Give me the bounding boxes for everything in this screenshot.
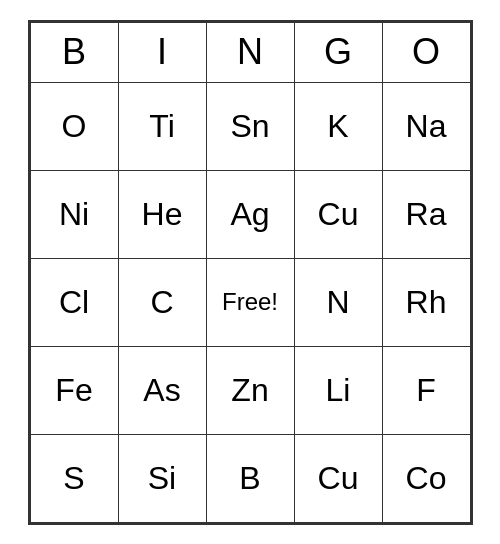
table-row: ClCFree!NRh <box>30 258 470 346</box>
bingo-body: OTiSnKNaNiHeAgCuRaClCFree!NRhFeAsZnLiFSS… <box>30 82 470 522</box>
cell-r4-c4: Co <box>382 434 470 522</box>
cell-r3-c2: Zn <box>206 346 294 434</box>
cell-r0-c4: Na <box>382 82 470 170</box>
cell-r1-c1: He <box>118 170 206 258</box>
cell-r1-c2: Ag <box>206 170 294 258</box>
cell-r2-c0: Cl <box>30 258 118 346</box>
header-row: B I N G O <box>30 22 470 82</box>
cell-r4-c3: Cu <box>294 434 382 522</box>
table-row: NiHeAgCuRa <box>30 170 470 258</box>
cell-r3-c1: As <box>118 346 206 434</box>
bingo-card: B I N G O OTiSnKNaNiHeAgCuRaClCFree!NRhF… <box>28 20 473 525</box>
table-row: SSiBCuCo <box>30 434 470 522</box>
cell-r4-c0: S <box>30 434 118 522</box>
cell-r3-c3: Li <box>294 346 382 434</box>
cell-r2-c2: Free! <box>206 258 294 346</box>
cell-r1-c4: Ra <box>382 170 470 258</box>
cell-r0-c1: Ti <box>118 82 206 170</box>
cell-r3-c0: Fe <box>30 346 118 434</box>
table-row: FeAsZnLiF <box>30 346 470 434</box>
cell-r4-c1: Si <box>118 434 206 522</box>
cell-r4-c2: B <box>206 434 294 522</box>
bingo-table: B I N G O OTiSnKNaNiHeAgCuRaClCFree!NRhF… <box>30 22 471 523</box>
col-i: I <box>118 22 206 82</box>
col-o: O <box>382 22 470 82</box>
cell-r0-c0: O <box>30 82 118 170</box>
table-row: OTiSnKNa <box>30 82 470 170</box>
cell-r2-c4: Rh <box>382 258 470 346</box>
cell-r2-c1: C <box>118 258 206 346</box>
cell-r2-c3: N <box>294 258 382 346</box>
col-b: B <box>30 22 118 82</box>
cell-r1-c0: Ni <box>30 170 118 258</box>
col-g: G <box>294 22 382 82</box>
cell-r1-c3: Cu <box>294 170 382 258</box>
cell-r0-c3: K <box>294 82 382 170</box>
cell-r0-c2: Sn <box>206 82 294 170</box>
cell-r3-c4: F <box>382 346 470 434</box>
col-n: N <box>206 22 294 82</box>
